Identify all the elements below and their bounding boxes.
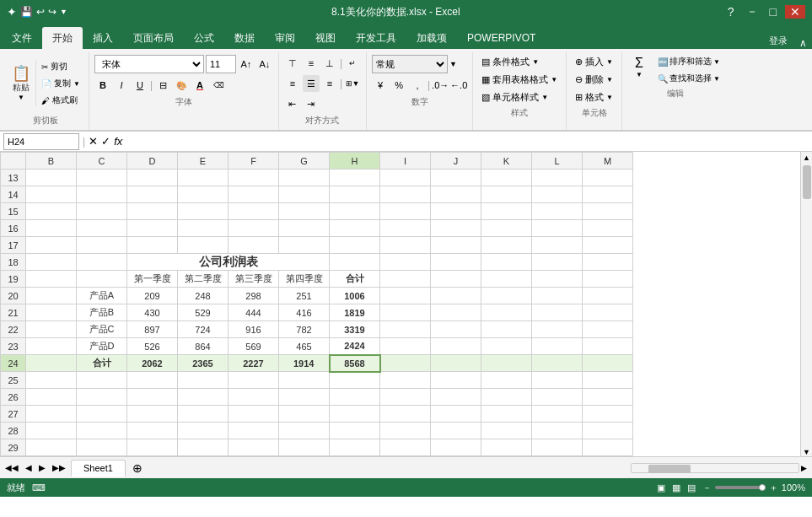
align-top-btn[interactable]: ⊤ xyxy=(284,55,301,72)
cell-m15[interactable] xyxy=(583,203,633,220)
tab-developer[interactable]: 开发工具 xyxy=(346,27,406,49)
cell-b20[interactable] xyxy=(26,288,77,304)
table-style-btn[interactable]: ▦ 套用表格格式 ▼ xyxy=(478,72,561,88)
cell-b14[interactable] xyxy=(26,186,77,203)
col-header-g[interactable]: G xyxy=(279,153,330,170)
cell-b21[interactable] xyxy=(26,304,77,321)
align-middle-btn[interactable]: ≡ xyxy=(303,55,320,72)
cell-d20[interactable]: 209 xyxy=(127,288,178,304)
cell-g24[interactable]: 1914 xyxy=(279,355,330,372)
cell-l14[interactable] xyxy=(532,186,583,203)
ribbon-collapse-btn[interactable]: ∧ xyxy=(794,37,812,49)
cell-e20[interactable]: 248 xyxy=(178,288,229,304)
indent-decrease-btn[interactable]: ⇤ xyxy=(284,95,301,112)
tab-page-layout[interactable]: 页面布局 xyxy=(123,27,184,49)
col-header-h[interactable]: H xyxy=(330,153,380,170)
cell-g23[interactable]: 465 xyxy=(279,338,330,355)
font-size-input[interactable] xyxy=(206,55,236,73)
cell-i23[interactable] xyxy=(380,338,431,355)
scroll-up-btn[interactable]: ▲ xyxy=(803,153,810,162)
cell-l24[interactable] xyxy=(532,355,583,372)
align-left-btn[interactable]: ≡ xyxy=(284,75,301,92)
cell-b24[interactable] xyxy=(26,355,77,372)
cell-c21[interactable]: 产品B xyxy=(77,304,127,321)
cell-j13[interactable] xyxy=(431,170,481,186)
find-select-btn[interactable]: 🔍 查找和选择 ▼ xyxy=(654,71,723,86)
cell-c24[interactable]: 合计 xyxy=(77,355,127,372)
tab-forward-btn[interactable]: ▶ xyxy=(37,461,47,474)
tab-prev-btn[interactable]: ◀◀ xyxy=(3,461,20,474)
sheet-area[interactable]: B C D E F G H I J K L M 13 xyxy=(0,152,800,456)
cell-d21[interactable]: 430 xyxy=(127,304,178,321)
cell-i14[interactable] xyxy=(380,186,431,203)
cell-h16[interactable] xyxy=(330,220,380,237)
cell-k16[interactable] xyxy=(481,220,532,237)
tab-file[interactable]: 文件 xyxy=(2,27,42,49)
sort-filter-btn[interactable]: 🔤 排序和筛选 ▼ xyxy=(654,54,723,69)
cell-j22[interactable] xyxy=(431,321,481,338)
cell-i13[interactable] xyxy=(380,170,431,186)
cell-k22[interactable] xyxy=(481,321,532,338)
close-btn[interactable]: ✕ xyxy=(785,5,805,19)
cell-h21[interactable]: 1819 xyxy=(330,304,380,321)
cell-i18[interactable] xyxy=(380,254,431,271)
cell-g16[interactable] xyxy=(279,220,330,237)
scroll-thumb-h[interactable] xyxy=(648,465,691,473)
col-header-l[interactable]: L xyxy=(532,153,583,170)
cell-m17[interactable] xyxy=(583,237,633,254)
cell-h23[interactable]: 2424 xyxy=(330,338,380,355)
cell-e21[interactable]: 529 xyxy=(178,304,229,321)
cell-i17[interactable] xyxy=(380,237,431,254)
cell-f17[interactable] xyxy=(229,237,279,254)
copy-btn[interactable]: 📄 复制 ▼ xyxy=(38,76,83,91)
cell-h19[interactable]: 合计 xyxy=(330,271,380,288)
cell-k17[interactable] xyxy=(481,237,532,254)
cell-c14[interactable] xyxy=(77,186,127,203)
currency-btn[interactable]: ¥ xyxy=(372,77,389,94)
cell-k14[interactable] xyxy=(481,186,532,203)
cell-h13[interactable] xyxy=(330,170,380,186)
cell-j21[interactable] xyxy=(431,304,481,321)
cell-d23[interactable]: 526 xyxy=(127,338,178,355)
cell-j19[interactable] xyxy=(431,271,481,288)
font-size-decrease-btn[interactable]: A↓ xyxy=(256,56,273,73)
cell-b17[interactable] xyxy=(26,237,77,254)
cell-f15[interactable] xyxy=(229,203,279,220)
decimal-increase-btn[interactable]: .0→ xyxy=(432,77,449,94)
cell-e22[interactable]: 724 xyxy=(178,321,229,338)
cell-k18[interactable] xyxy=(481,254,532,271)
cell-l13[interactable] xyxy=(532,170,583,186)
cell-c18[interactable] xyxy=(77,254,127,271)
cell-g22[interactable]: 782 xyxy=(279,321,330,338)
cell-h22[interactable]: 3319 xyxy=(330,321,380,338)
scroll-right-btn[interactable]: ▶ xyxy=(799,464,809,472)
cell-title[interactable]: 公司利润表 xyxy=(127,254,330,271)
cell-g19[interactable]: 第四季度 xyxy=(279,271,330,288)
cell-l22[interactable] xyxy=(532,321,583,338)
vertical-scrollbar[interactable]: ▲ ▼ xyxy=(800,152,812,456)
cell-l19[interactable] xyxy=(532,271,583,288)
sum-btn[interactable]: Σ ▼ xyxy=(627,54,651,86)
insert-cells-btn[interactable]: ⊕ 插入 ▼ xyxy=(572,54,616,70)
cell-f13[interactable] xyxy=(229,170,279,186)
cell-i16[interactable] xyxy=(380,220,431,237)
sheet-tab-sheet1[interactable]: Sheet1 xyxy=(71,460,126,477)
cell-b23[interactable] xyxy=(26,338,77,355)
cell-f23[interactable]: 569 xyxy=(229,338,279,355)
cell-e23[interactable]: 864 xyxy=(178,338,229,355)
tab-insert[interactable]: 插入 xyxy=(83,27,123,49)
thousand-btn[interactable]: , xyxy=(409,77,426,94)
cell-h17[interactable] xyxy=(330,237,380,254)
align-bottom-btn[interactable]: ⊥ xyxy=(321,55,338,72)
cell-e14[interactable] xyxy=(178,186,229,203)
tab-data[interactable]: 数据 xyxy=(224,27,265,49)
cell-j16[interactable] xyxy=(431,220,481,237)
cell-c16[interactable] xyxy=(77,220,127,237)
view-normal-btn[interactable]: ▣ xyxy=(657,482,665,493)
italic-btn[interactable]: I xyxy=(113,77,130,94)
cell-j18[interactable] xyxy=(431,254,481,271)
border-btn[interactable]: ⊟ xyxy=(154,77,171,94)
percent-btn[interactable]: % xyxy=(390,77,407,94)
cell-e17[interactable] xyxy=(178,237,229,254)
cell-ref-input[interactable]: H24 xyxy=(3,133,79,150)
